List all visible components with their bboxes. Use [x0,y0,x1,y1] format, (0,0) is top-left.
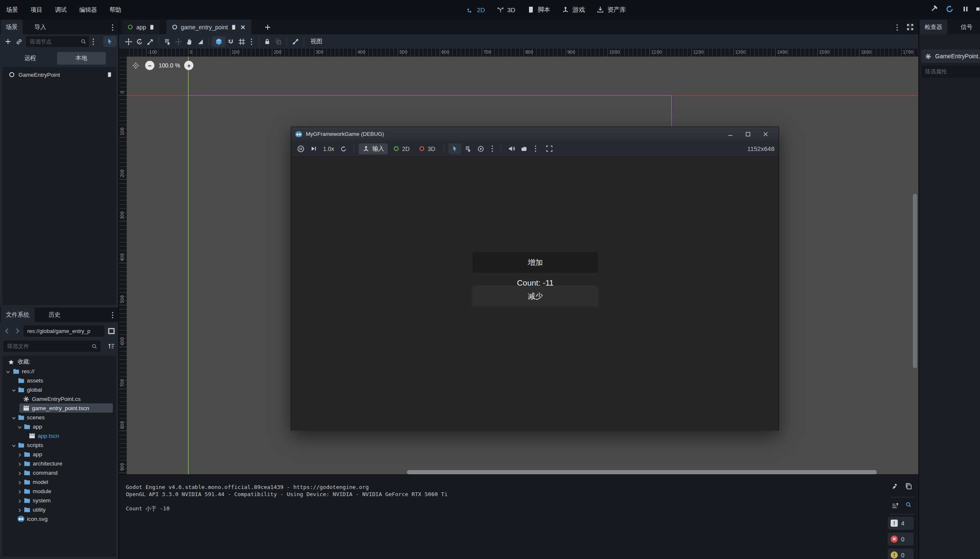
horizontal-scrollbar[interactable] [407,470,877,474]
tab-history[interactable]: 历史 [44,307,65,322]
group-icon[interactable] [273,36,284,47]
file-sort-icon[interactable] [106,341,117,351]
dock-tab-scene[interactable]: 场景 [1,20,23,34]
chevron-right-icon[interactable] [18,498,22,502]
scene-tree-node-root[interactable]: GameEntryPoint [3,70,116,79]
menu-project[interactable]: 项目 [24,0,49,20]
lock-icon[interactable] [262,36,273,47]
center-view-icon[interactable] [130,60,141,71]
script-icon[interactable] [231,24,237,30]
chevron-right-icon[interactable] [18,507,22,512]
nav-back-icon[interactable] [2,325,13,336]
select-pivot-tool-icon[interactable] [173,36,184,47]
remote-button[interactable]: 远程 [6,52,55,65]
chevron-down-icon[interactable] [18,424,22,429]
tree-item-system[interactable]: system [3,496,116,505]
close-window-icon[interactable] [757,127,774,141]
audio-mute-icon[interactable] [506,143,517,154]
speed-selector[interactable]: 1.0x [321,146,336,152]
ruler-tool-icon[interactable] [195,36,206,47]
tree-item-global[interactable]: global [3,385,116,394]
game-options-icon[interactable] [531,144,540,154]
workspace-3d[interactable]: 3D [491,3,521,17]
reset-speed-icon[interactable] [338,143,349,154]
tree-item-module[interactable]: module [3,486,116,496]
chevron-right-icon[interactable] [18,461,22,465]
grid-snap-icon[interactable] [236,36,247,47]
next-frame-icon[interactable] [308,143,319,154]
filesystem-menu-icon[interactable] [108,310,117,320]
zoom-level[interactable]: 100.0 % [159,62,180,69]
snap-toggle-icon[interactable] [212,36,225,47]
build-hammer-icon[interactable] [928,3,939,14]
errors-count-badge[interactable]: ✕ 0 [888,533,914,546]
chevron-right-icon[interactable] [18,489,22,493]
maximize-icon[interactable] [739,127,757,141]
close-tab-icon[interactable] [240,24,246,31]
messages-count-badge[interactable]: ! 4 [888,517,914,530]
dock-tab-import[interactable]: 导入 [29,20,51,34]
tree-item-command[interactable]: command [3,468,116,477]
stop-icon[interactable] [976,3,980,14]
pause-icon[interactable] [960,3,971,14]
menu-debug[interactable]: 调试 [49,0,73,20]
zoom-out-button[interactable]: − [145,61,154,70]
tab-inspector[interactable]: 检查器 [920,20,947,34]
list-select-tool-icon[interactable] [162,36,173,47]
tree-item-res-root[interactable]: res:// [3,367,116,376]
selection-options-icon[interactable] [488,144,496,154]
path-field[interactable] [23,325,104,337]
right-splitter[interactable] [918,20,919,559]
view-menu[interactable]: 视图 [307,38,326,45]
skeleton-bone-icon[interactable] [290,36,301,47]
filter-properties-input[interactable] [921,65,980,78]
menu-editor[interactable]: 编辑器 [73,0,103,20]
search-messages-icon[interactable] [902,499,915,510]
attached-script-icon[interactable] [106,71,113,78]
warnings-count-badge[interactable]: ! 0 [888,549,914,559]
embed-2d-button[interactable]: 2D [389,143,413,154]
restart-game-icon[interactable] [944,3,955,14]
clear-output-icon[interactable] [889,481,900,491]
tree-item-gameentrypoint-cs[interactable]: GameEntryPoint.cs [3,394,116,403]
tree-item-game-entry-point-tscn[interactable]: game_entry_point.tscn [3,403,116,413]
zoom-in-button[interactable]: + [184,61,193,70]
chevron-down-icon[interactable] [6,369,10,373]
move-tool-icon[interactable] [123,36,134,47]
copy-output-icon[interactable] [903,481,914,491]
add-node-icon[interactable] [3,36,13,47]
tree-item-favorites[interactable]: 收藏: [3,357,116,367]
chevron-right-icon[interactable] [18,480,22,484]
chevron-down-icon[interactable] [12,415,16,419]
script-icon[interactable] [149,24,155,30]
fullscreen-icon[interactable] [544,143,555,154]
left-splitter[interactable] [118,20,119,559]
tree-item-scripts-app[interactable]: app [3,450,116,459]
workspace-script[interactable]: 脚本 [521,3,556,17]
split-view-icon[interactable] [106,325,117,336]
minimize-icon[interactable] [722,127,739,141]
tree-item-app-folder[interactable]: app [3,422,116,431]
game-window-titlebar[interactable]: MyGFrameworkGame (DEBUG) [291,127,779,141]
tree-item-utility[interactable]: utility [3,505,116,514]
instance-scene-icon[interactable] [13,36,24,47]
menu-help[interactable]: 帮助 [103,0,128,20]
scene-tabs-menu-icon[interactable] [893,22,901,32]
tree-item-scripts[interactable]: scripts [3,440,116,450]
new-scene-tab-icon[interactable] [262,22,273,33]
select-tool-icon[interactable] [103,36,117,47]
embed-3d-button[interactable]: 3D [415,143,439,154]
tree-item-app-tscn[interactable]: app.tscn [3,431,116,440]
nav-forward-icon[interactable] [12,325,23,336]
menu-scene[interactable]: 场景 [0,0,24,20]
chevron-right-icon[interactable] [18,471,22,475]
game-list-select-icon[interactable] [463,143,474,154]
tree-item-architecture[interactable]: architecture [3,459,116,468]
rotate-tool-icon[interactable] [134,36,145,47]
snap-options-icon[interactable] [247,36,255,47]
inspected-object-row[interactable]: GameEntryPoint. [921,49,980,63]
scene-tab-game-entry-point[interactable]: game_entry_point [167,20,251,34]
workspace-2d[interactable]: 2D [461,3,491,17]
tab-filesystem[interactable]: 文件系统 [1,307,34,322]
collapse-messages-icon[interactable] [889,500,900,511]
